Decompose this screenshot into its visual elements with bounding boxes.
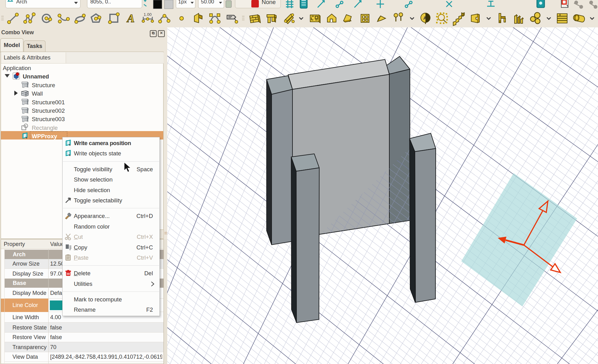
svg-text:Arch: Arch (16, 0, 27, 5)
svg-text:1px: 1px (178, 0, 187, 5)
svg-text:A: A (423, 16, 426, 21)
svg-text:1.00: 1.00 (144, 12, 151, 17)
svg-text:A: A (126, 12, 135, 25)
svg-text:None: None (262, 0, 276, 5)
svg-text:50.00: 50.00 (201, 0, 214, 5)
svg-text:8055, 0..: 8055, 0.. (90, 0, 111, 5)
